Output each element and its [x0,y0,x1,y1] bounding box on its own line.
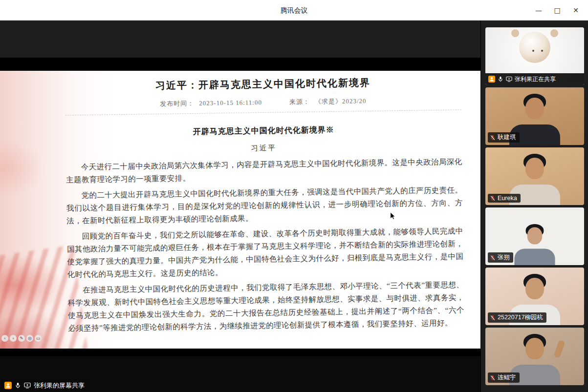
minimize-icon: — [535,6,542,14]
participants-sidebar: 张利果正在共享 耿建琪 [480,21,588,392]
source-value: 《求是》2023/20 [315,97,367,105]
shared-document: 习近平：开辟马克思主义中国化时代化新境界 发布时间：2023-10-15 16:… [0,71,480,349]
article-author: 习近平 [65,141,462,155]
close-icon: ✕ [573,6,579,14]
muted-mic-icon [490,375,496,381]
publish-time-value: 2023-10-15 16:11:00 [199,99,262,107]
article-heading: 开辟马克思主义中国化时代化新境界※ [65,123,462,139]
eraser-tool-icon[interactable]: ▭ [35,335,42,342]
avatar-ear [511,29,519,37]
next-page-icon[interactable]: › [10,335,17,342]
presenter-icon [4,382,12,389]
participant-tile-sharer[interactable]: 张利果正在共享 [485,27,584,85]
maximize-button[interactable]: □ [548,0,566,21]
waving-hand [553,340,566,358]
sharer-status-bar: 张利果正在共享 [485,73,584,85]
window-title: 腾讯会议 [0,0,588,21]
participant-name: 张利果正在共享 [515,75,556,83]
participant-name-chip: 耿建琪 [488,132,520,143]
article: 习近平：开辟马克思主义中国化时代化新境界 发布时间：2023-10-15 16:… [65,71,464,335]
publish-time-label: 发布时间： [160,100,194,107]
participant-name-chip: 连鲲宇 [488,372,520,383]
mouse-cursor-icon [390,212,396,220]
pen-tool-icon[interactable]: ✎ [18,335,25,342]
participant-name: 连鲲宇 [498,373,516,382]
participant-name-chip: Eureka [488,194,521,203]
minimize-button[interactable]: — [529,0,548,21]
source-label: 来源： [289,98,310,106]
article-paragraph: 在推进马克思主义中国化时代化的历史进程中，我们党取得了毛泽东思想、邓小平理论、“… [67,278,464,334]
content-area: 习近平：开辟马克思主义中国化时代化新境界 发布时间：2023-10-15 16:… [0,21,588,392]
participant-name-chip: 张朔 [488,252,513,263]
participant-tile[interactable]: Eureka [485,147,584,205]
annotation-toolbar: ‹ › ✎ ◎ ▭ [1,335,42,342]
window-controls: — □ ✕ [529,0,585,21]
participant-name-chip: 25220717柳园杭 [488,312,546,323]
article-title: 习近平：开辟马克思主义中国化时代化新境界 [65,75,461,93]
article-paragraph: 回顾党的百年奋斗史，我们党之所以能够在革命、建设、改革各个历史时期取得重大成就，… [67,225,464,281]
share-badge-label: 张利果的屏幕共享 [34,381,85,390]
participant-tile[interactable]: 连鲲宇 [485,328,584,385]
muted-mic-icon [490,135,496,141]
meeting-window: 腾讯会议 — □ ✕ 习近平：开辟马克思主义中国化时代化新境界 发布时间：202… [0,0,588,392]
avatar-eye [541,50,543,52]
pointer-tool-icon[interactable]: ◎ [26,335,33,342]
muted-mic-icon [490,255,496,261]
article-paragraph: 党的二十大提出开辟马克思主义中国化时代化新境界的重大任务，强调这是当代中国共产党… [66,184,463,227]
screen-share-icon [506,76,512,82]
mic-icon [498,76,503,82]
screen-share-icon [24,382,31,389]
screen-share-badge: 张利果的屏幕共享 [1,379,90,392]
participant-name: Eureka [498,195,517,202]
avatar [519,32,550,63]
shared-screen-stage: 习近平：开辟马克思主义中国化时代化新境界 发布时间：2023-10-15 16:… [0,21,480,392]
muted-mic-icon [490,315,496,321]
participant-name: 耿建琪 [498,133,516,142]
dashed-divider [65,109,461,115]
article-meta: 发布时间：2023-10-15 16:11:00来源：《求是》2023/20 [65,95,461,109]
participant-tile[interactable]: 张朔 [485,207,584,265]
avatar-eye [532,50,534,52]
mic-icon [15,382,21,389]
maximize-icon: □ [554,6,560,14]
participant-tile[interactable]: 耿建琪 [485,87,584,145]
article-paragraph: 今天进行二十届中央政治局第六次集体学习，内容是开辟马克思主义中国化时代化新境界。… [66,155,463,186]
muted-mic-icon [490,195,496,201]
participant-name: 25220717柳园杭 [498,313,543,322]
avatar-ear [550,29,558,37]
titlebar: 腾讯会议 — □ ✕ [0,0,588,21]
participant-name: 张朔 [498,253,510,262]
shared-screen-view: 习近平：开辟马克思主义中国化时代化新境界 发布时间：2023-10-15 16:… [0,58,480,356]
close-button[interactable]: ✕ [566,0,585,21]
presenter-icon [488,76,495,83]
stage-letterbox-top [0,21,480,58]
participant-tile[interactable]: 25220717柳园杭 [485,268,584,325]
prev-page-icon[interactable]: ‹ [1,335,8,342]
